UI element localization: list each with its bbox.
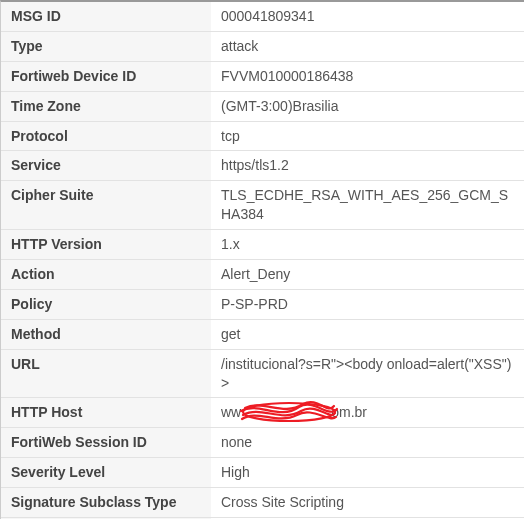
value-device-id: FVVM010000186438	[211, 62, 524, 91]
label-protocol: Protocol	[1, 122, 211, 151]
row-severity: Severity Level High	[1, 458, 524, 488]
value-session-id: none	[211, 428, 524, 457]
label-device-id: Fortiweb Device ID	[1, 62, 211, 91]
value-cipher-suite: TLS_ECDHE_RSA_WITH_AES_256_GCM_SHA384	[211, 181, 524, 229]
label-cipher-suite: Cipher Suite	[1, 181, 211, 229]
value-time-zone: (GMT-3:00)Brasilia	[211, 92, 524, 121]
label-time-zone: Time Zone	[1, 92, 211, 121]
label-http-host: HTTP Host	[1, 398, 211, 427]
label-method: Method	[1, 320, 211, 349]
row-method: Method get	[1, 320, 524, 350]
value-service: https/tls1.2	[211, 151, 524, 180]
value-sig-subclass: Cross Site Scripting	[211, 488, 524, 517]
label-msg-id: MSG ID	[1, 2, 211, 31]
host-prefix: ww	[221, 404, 241, 420]
value-http-host: wwom.br	[211, 398, 524, 427]
value-url: /institucional?s=R"><body onload=alert("…	[211, 350, 524, 398]
row-action: Action Alert_Deny	[1, 260, 524, 290]
label-url: URL	[1, 350, 211, 398]
value-type: attack	[211, 32, 524, 61]
value-method: get	[211, 320, 524, 349]
value-action: Alert_Deny	[211, 260, 524, 289]
redaction-scribble-icon	[239, 399, 339, 425]
row-type: Type attack	[1, 32, 524, 62]
label-action: Action	[1, 260, 211, 289]
value-http-version: 1.x	[211, 230, 524, 259]
row-http-version: HTTP Version 1.x	[1, 230, 524, 260]
label-policy: Policy	[1, 290, 211, 319]
svg-point-0	[243, 403, 335, 421]
row-service: Service https/tls1.2	[1, 151, 524, 181]
row-time-zone: Time Zone (GMT-3:00)Brasilia	[1, 92, 524, 122]
row-session-id: FortiWeb Session ID none	[1, 428, 524, 458]
host-suffix: om.br	[331, 404, 367, 420]
log-detail-panel: MSG ID 000041809341 Type attack Fortiweb…	[0, 0, 524, 519]
label-service: Service	[1, 151, 211, 180]
label-type: Type	[1, 32, 211, 61]
value-policy: P-SP-PRD	[211, 290, 524, 319]
row-device-id: Fortiweb Device ID FVVM010000186438	[1, 62, 524, 92]
row-url: URL /institucional?s=R"><body onload=ale…	[1, 350, 524, 399]
label-severity: Severity Level	[1, 458, 211, 487]
row-policy: Policy P-SP-PRD	[1, 290, 524, 320]
value-msg-id: 000041809341	[211, 2, 524, 31]
value-severity: High	[211, 458, 524, 487]
label-session-id: FortiWeb Session ID	[1, 428, 211, 457]
label-sig-subclass: Signature Subclass Type	[1, 488, 211, 517]
row-cipher-suite: Cipher Suite TLS_ECDHE_RSA_WITH_AES_256_…	[1, 181, 524, 230]
row-msg-id: MSG ID 000041809341	[1, 2, 524, 32]
value-protocol: tcp	[211, 122, 524, 151]
row-protocol: Protocol tcp	[1, 122, 524, 152]
redacted-host: wwom.br	[221, 403, 367, 422]
label-http-version: HTTP Version	[1, 230, 211, 259]
row-http-host: HTTP Host wwom.br	[1, 398, 524, 428]
row-sig-subclass: Signature Subclass Type Cross Site Scrip…	[1, 488, 524, 518]
